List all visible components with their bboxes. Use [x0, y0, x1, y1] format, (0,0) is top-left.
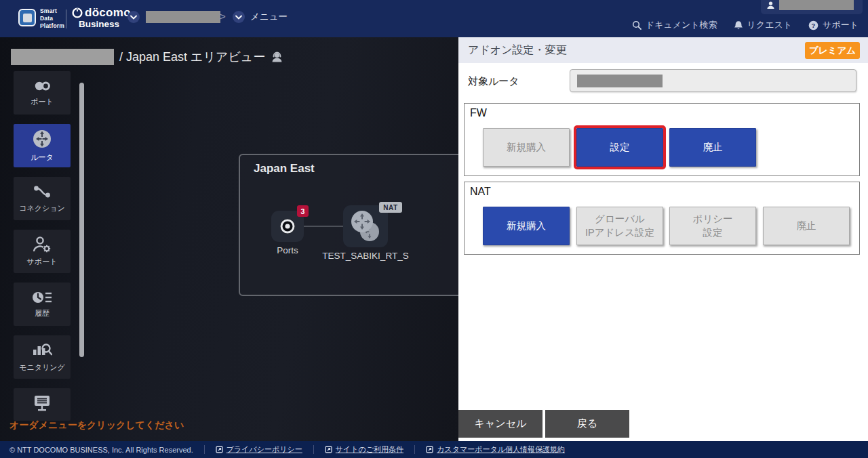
- node-connection-line: [304, 226, 349, 227]
- breadcrumb-separator: >: [219, 10, 226, 24]
- sidebar-item-label: 履歴: [35, 308, 50, 318]
- support-person-gear-icon: [32, 236, 52, 253]
- fw-settings-button[interactable]: 設定: [576, 128, 663, 167]
- target-router-input[interactable]: [570, 69, 856, 92]
- router-glyph-icon: [347, 209, 384, 243]
- japan-east-area-box: Japan East 3 NAT: [239, 154, 458, 296]
- user-icon: [766, 1, 775, 9]
- fw-section: FW 新規購入 設定 廃止: [464, 103, 860, 176]
- page-title: / Japan East エリアビュー: [119, 49, 283, 65]
- topology-canvas: / Japan East エリアビュー ポート: [0, 37, 458, 441]
- business-brand-text: Business: [79, 19, 131, 29]
- operator-headset-icon: [271, 51, 283, 63]
- search-icon: [632, 20, 642, 30]
- port-ring-icon: [279, 217, 296, 235]
- sidebar-item-label: ポート: [31, 97, 54, 107]
- redacted-tenant-name: [146, 11, 220, 23]
- chevron-down-icon: [233, 11, 245, 23]
- ports-node-label: Ports: [254, 245, 321, 255]
- fw-abolish-button[interactable]: 廃止: [669, 128, 756, 167]
- sidebar-item-monitoring[interactable]: モニタリング: [14, 335, 71, 379]
- svg-text:?: ?: [812, 21, 816, 28]
- sidebar-item-support[interactable]: サポート: [14, 230, 71, 273]
- external-link-icon: [216, 446, 223, 453]
- menu-label: メニュー: [250, 11, 288, 23]
- logo-line3: Platform: [40, 22, 64, 30]
- area-title: Japan East: [254, 162, 315, 175]
- customer-portal-privacy-link[interactable]: カスタマーポータル個人情報保護規約: [426, 444, 565, 455]
- redacted-router-name: [577, 75, 663, 87]
- sidebar-item-history[interactable]: 履歴: [14, 283, 71, 326]
- order-menu-hint: オーダメニューをクリックしてください: [9, 419, 184, 432]
- premium-badge-button[interactable]: プレミアム: [805, 42, 860, 59]
- logo-line2: Data: [40, 15, 64, 22]
- logo-divider: [66, 9, 66, 28]
- support-label: サポート: [823, 19, 859, 31]
- cancel-button[interactable]: キャンセル: [458, 410, 542, 438]
- redacted-workspace-name: [11, 49, 114, 65]
- ports-count-badge: 3: [297, 205, 309, 217]
- sidebar-item-display[interactable]: [14, 388, 71, 421]
- top-bar-links: ドキュメント検索 リクエスト ? サポート: [632, 19, 859, 31]
- back-button[interactable]: 戻る: [545, 410, 629, 438]
- docomo-brand-text: döcomo: [85, 6, 131, 20]
- nat-global-ip-settings-button[interactable]: グローバル IPアドレス設定: [576, 207, 663, 245]
- footer-divider: [313, 445, 314, 454]
- tenant-selector[interactable]: [127, 11, 220, 23]
- button-label-line1: ポリシー: [692, 213, 732, 226]
- footer: © NTT DOCOMO BUSINESS, Inc. All Rights R…: [0, 441, 868, 458]
- sidebar-item-label: モニタリング: [19, 362, 65, 373]
- site-terms-link[interactable]: サイトのご利用条件: [325, 444, 403, 455]
- logo-line1: Smart: [40, 7, 64, 15]
- sidebar-item-label: ルータ: [31, 152, 54, 163]
- menu-dropdown[interactable]: メニュー: [233, 11, 288, 23]
- smart-data-platform-logo-icon: [18, 9, 36, 26]
- button-label: 設定: [610, 141, 630, 154]
- footer-link-label: プライバシーポリシー: [226, 444, 302, 455]
- footer-divider: [204, 445, 205, 454]
- privacy-policy-link[interactable]: プライバシーポリシー: [216, 444, 302, 455]
- request-link[interactable]: リクエスト: [734, 19, 793, 31]
- sidebar-item-router[interactable]: ルータ: [14, 124, 71, 167]
- sidebar-item-label: サポート: [27, 257, 58, 267]
- user-account-chip[interactable]: [761, 0, 863, 14]
- view-title-text: / Japan East エリアビュー: [119, 49, 265, 65]
- button-label: 廃止: [797, 220, 816, 233]
- button-label-line2: IPアドレス設定: [585, 226, 654, 240]
- router-icon: [32, 129, 52, 149]
- smart-data-platform-logo-text: Smart Data Platform: [40, 7, 64, 30]
- fw-section-label: FW: [470, 107, 487, 119]
- panel-title: アドオン設定・変更: [468, 43, 567, 58]
- document-search-link[interactable]: ドキュメント検索: [632, 19, 717, 31]
- nat-abolish-button[interactable]: 廃止: [763, 207, 850, 245]
- fw-new-purchase-button[interactable]: 新規購入: [483, 128, 570, 167]
- support-link[interactable]: ? サポート: [808, 19, 859, 31]
- nat-section: NAT 新規購入 グローバル IPアドレス設定 ポリシー 設定 廃止: [464, 182, 860, 255]
- footer-link-label: カスタマーポータル個人情報保護規約: [437, 444, 565, 455]
- external-link-icon: [426, 446, 433, 453]
- document-search-label: ドキュメント検索: [646, 19, 717, 31]
- footer-link-label: サイトのご利用条件: [336, 444, 403, 455]
- sidebar-item-connection[interactable]: コネクション: [14, 177, 71, 220]
- copyright-text: © NTT DOCOMO BUSINESS, Inc. All Rights R…: [9, 446, 193, 454]
- nat-badge: NAT: [379, 202, 402, 213]
- router-node-label: TEST_SABIKI_RT_S: [315, 251, 416, 261]
- ports-icon: [32, 79, 52, 93]
- sidebar-item-ports[interactable]: ポート: [14, 71, 71, 114]
- sidebar-item-label: コネクション: [19, 203, 65, 213]
- button-label-line1: グローバル: [595, 213, 645, 226]
- footer-divider: [414, 445, 415, 454]
- nat-new-purchase-button[interactable]: 新規購入: [483, 207, 570, 245]
- display-board-icon: [32, 394, 52, 413]
- button-label: 新規購入: [507, 220, 546, 233]
- monitoring-chart-magnifier-icon: [32, 341, 52, 359]
- connection-icon: [33, 184, 52, 200]
- button-label: 廃止: [703, 141, 723, 154]
- bell-icon: [734, 20, 743, 30]
- canvas-scrollbar[interactable]: [79, 83, 84, 357]
- button-label-line2: 設定: [703, 226, 723, 240]
- button-label: 新規購入: [507, 141, 546, 154]
- help-circle-icon: ?: [808, 20, 818, 30]
- nat-policy-settings-button[interactable]: ポリシー 設定: [669, 207, 756, 245]
- redacted-user-name: [779, 0, 854, 10]
